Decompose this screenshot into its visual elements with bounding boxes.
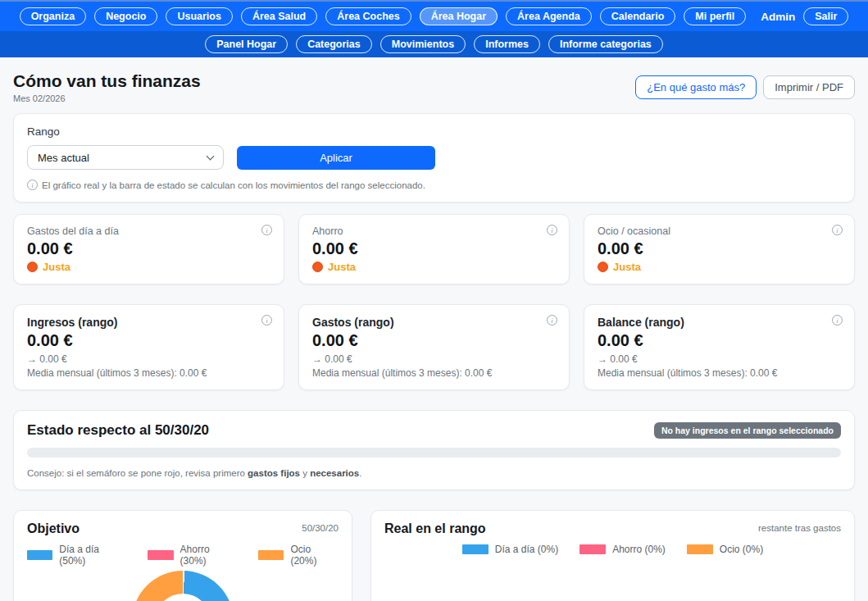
status-dot [598,262,608,272]
stat-value: 0.00 € [27,239,270,258]
stat-title: Ingresos (rango) [27,316,270,329]
stats-grid: i Gastos del día a día 0.00 € Justa i Ah… [13,214,855,390]
card-gastos-rango: i Gastos (rango) 0.00 € → 0.00 € Media m… [298,304,570,390]
subnav-categorias[interactable]: Categorias [296,35,372,53]
stat-delta: → 0.00 € [598,353,841,365]
card-gastos-dia-a-dia: i Gastos del día a día 0.00 € Justa [13,214,284,285]
period-label: Mes 02/2026 [13,93,201,103]
nav-area-salud[interactable]: Área Salud [241,7,317,25]
stat-media: Media mensual (últimos 3 meses): 0.00 € [598,367,841,379]
current-user-label: Admin [761,11,795,23]
legend-swatch-orange [687,544,713,554]
que-gasto-mas-button[interactable]: ¿En qué gasto más? [635,75,757,99]
no-income-badge: No hay ingresos en el rango seleccionado [654,422,841,439]
stat-value: 0.00 € [312,331,556,350]
range-label: Rango [27,125,841,138]
legend-item-ahorro[interactable]: Ahorro (0%) [579,544,666,555]
stat-title: Ahorro [312,225,556,237]
legend-item-dia-a-dia[interactable]: Día a día (50%) [27,544,126,567]
legend-swatch-blue [27,550,52,560]
objetivo-title: Objetivo [27,521,80,536]
objetivo-chart-card: Objetivo 50/30/20 Día a día (50%) Ahorro… [13,510,352,601]
legend-swatch-blue [462,544,489,554]
status-label: Justa [613,261,641,273]
range-select-value: Mes actual [38,152,89,164]
stat-title: Gastos del día a día [27,225,270,237]
subnav-movimientos[interactable]: Movimientos [380,35,466,53]
nav-area-agenda[interactable]: Área Agenda [506,7,592,25]
legend-swatch-pink [579,544,606,554]
stat-delta: → 0.00 € [312,353,556,365]
status-label: Justa [43,261,70,273]
apply-button[interactable]: Aplicar [237,146,435,170]
status-dot [27,262,38,272]
logout-button[interactable]: Salir [803,7,848,25]
nav-area-coches[interactable]: Área Coches [325,7,411,25]
card-balance-rango: i Balance (rango) 0.00 € → 0.00 € Media … [584,304,855,390]
chevron-down-icon [207,152,215,160]
subnav-panel-hogar[interactable]: Panel Hogar [205,35,288,53]
info-icon[interactable]: i [832,315,843,326]
stat-media: Media mensual (últimos 3 meses): 0.00 € [312,367,556,379]
subnav-informes[interactable]: Informes [474,35,540,53]
status-progress-bar [27,448,841,458]
range-card: Rango Mes actual Aplicar i El gráfico re… [13,113,855,203]
main-navbar: Organiza Negocio Usuarios Área Salud Áre… [0,0,868,31]
status-section-title: Estado respecto al 50/30/20 [27,422,209,439]
subnav-informe-categorias[interactable]: Informe categorias [548,35,663,53]
advice-text: Consejo: si el semáforo se pone rojo, re… [27,468,841,478]
info-icon[interactable]: i [832,225,843,235]
print-pdf-button[interactable]: Imprimir / PDF [763,75,855,99]
hogar-subnav: Panel Hogar Categorias Movimientos Infor… [0,31,868,57]
card-ingresos-rango: i Ingresos (rango) 0.00 € → 0.00 € Media… [13,304,284,390]
page-header: Cómo van tus finanzas Mes 02/2026 ¿En qu… [0,57,868,103]
real-title: Real en el rango [384,521,486,536]
card-ahorro: i Ahorro 0.00 € Justa [298,214,570,285]
nav-area-hogar[interactable]: Área Hogar [420,7,498,25]
card-ocio-ocasional: i Ocio / ocasional 0.00 € Justa [584,214,855,285]
real-corner-label: restante tras gastos [758,523,841,533]
stat-title: Ocio / ocasional [598,225,841,237]
nav-usuarios[interactable]: Usuarios [166,7,233,25]
nav-organiza[interactable]: Organiza [20,7,87,25]
stat-title: Gastos (rango) [312,316,556,329]
stat-value: 0.00 € [598,331,841,350]
legend-item-dia-a-dia[interactable]: Día a día (0%) [462,544,558,555]
stat-media: Media mensual (últimos 3 meses): 0.00 € [27,367,270,379]
status-503020-card: Estado respecto al 50/30/20 No hay ingre… [13,410,855,490]
stat-value: 0.00 € [598,239,841,258]
info-icon[interactable]: i [261,315,272,326]
info-icon[interactable]: i [547,225,557,235]
page-title: Cómo van tus finanzas [13,71,201,91]
charts-grid: Objetivo 50/30/20 Día a día (50%) Ahorro… [13,510,855,601]
status-dot [312,262,323,272]
objetivo-corner-label: 50/30/20 [302,523,339,533]
info-icon: i [27,180,38,190]
nav-negocio[interactable]: Negocio [94,7,157,25]
stat-value: 0.00 € [312,239,556,258]
legend-swatch-orange [258,550,284,560]
stat-delta: → 0.00 € [27,353,270,365]
info-icon[interactable]: i [547,315,557,326]
real-chart-card: Real en el rango restante tras gastos Dí… [370,510,855,601]
legend-swatch-pink [148,550,173,560]
legend-item-ocio[interactable]: Ocio (0%) [687,544,763,555]
status-label: Justa [328,261,356,273]
real-legend: Día a día (0%) Ahorro (0%) Ocio (0%) [384,544,841,555]
nav-calendario[interactable]: Calendario [600,7,676,25]
range-note-text: El gráfico real y la barra de estado se … [42,180,425,190]
donut-hole [155,594,211,601]
nav-mi-perfil[interactable]: Mi perfil [684,7,746,25]
objetivo-donut-chart [132,571,234,601]
legend-item-ocio[interactable]: Ocio (20%) [258,544,339,567]
legend-item-ahorro[interactable]: Ahorro (30%) [148,544,237,567]
stat-title: Balance (rango) [598,316,841,329]
range-select[interactable]: Mes actual [27,145,224,170]
objetivo-legend: Día a día (50%) Ahorro (30%) Ocio (20%) [27,544,339,567]
stat-value: 0.00 € [27,331,270,350]
info-icon[interactable]: i [261,225,272,235]
